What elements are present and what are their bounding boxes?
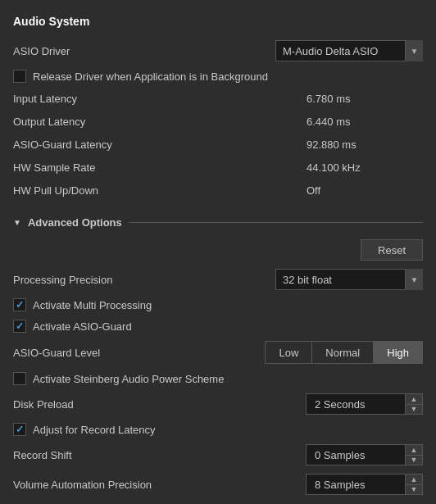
- activate-multi-label: Activate Multi Processing: [33, 299, 152, 311]
- processing-precision-select[interactable]: 32 bit float: [275, 269, 423, 290]
- output-latency-label: Output Latency: [13, 116, 300, 128]
- activate-asio-guard-row: Activate ASIO-Guard: [0, 316, 436, 337]
- hw-pull-row: HW Pull Up/Down Off: [0, 179, 436, 202]
- input-latency-label: Input Latency: [13, 93, 300, 105]
- processing-precision-label: Processing Precision: [13, 274, 275, 286]
- record-shift-up-button[interactable]: ▲: [406, 445, 422, 456]
- processing-precision-row: Processing Precision 32 bit float ▼: [0, 265, 436, 294]
- advanced-options-header[interactable]: ▼ Advanced Options: [0, 210, 436, 235]
- disk-preload-stepper: 2 Seconds ▲ ▼: [306, 393, 423, 415]
- activate-steinberg-label: Activate Steinberg Audio Power Scheme: [33, 373, 224, 385]
- hw-sample-rate-value: 44.100 kHz: [300, 161, 423, 174]
- record-shift-label: Record Shift: [13, 449, 306, 461]
- asio-driver-row: ASIO Driver M-Audio Delta ASIO ▼: [0, 36, 436, 66]
- record-shift-row: Record Shift 0 Samples ▲ ▼: [0, 440, 436, 470]
- activate-steinberg-row: Activate Steinberg Audio Power Scheme: [0, 368, 436, 389]
- activate-asio-guard-checkbox[interactable]: [13, 320, 26, 333]
- activate-asio-guard-label: Activate ASIO-Guard: [33, 320, 132, 333]
- input-latency-value: 6.780 ms: [300, 93, 423, 105]
- hw-sample-rate-label: HW Sample Rate: [13, 161, 300, 174]
- level-normal-button[interactable]: Normal: [312, 342, 374, 363]
- disk-preload-row: Disk Preload 2 Seconds ▲ ▼: [0, 389, 436, 419]
- adjust-record-label: Adjust for Record Latency: [33, 424, 156, 436]
- hw-pull-value: Off: [300, 184, 423, 197]
- adjust-record-checkbox[interactable]: [13, 423, 26, 436]
- asio-driver-label: ASIO Driver: [13, 45, 275, 57]
- processing-precision-select-wrap: 32 bit float ▼: [275, 269, 423, 290]
- asio-guard-level-label: ASIO-Guard Level: [13, 347, 265, 359]
- output-latency-row: Output Latency 6.440 ms: [0, 110, 436, 133]
- disk-preload-stepper-buttons: ▲ ▼: [405, 394, 422, 414]
- record-shift-stepper-buttons: ▲ ▼: [405, 445, 422, 465]
- asio-guard-level-row: ASIO-Guard Level Low Normal High: [0, 337, 436, 368]
- hw-sample-rate-row: HW Sample Rate 44.100 kHz: [0, 156, 436, 179]
- input-latency-row: Input Latency 6.780 ms: [0, 87, 436, 110]
- disk-preload-value: 2 Seconds: [307, 394, 405, 414]
- disk-preload-down-button[interactable]: ▼: [406, 405, 422, 415]
- volume-automation-value: 8 Samples: [307, 474, 405, 494]
- output-latency-value: 6.440 ms: [300, 116, 423, 128]
- reset-row: Reset: [0, 235, 436, 265]
- activate-multi-checkbox[interactable]: [13, 298, 26, 311]
- volume-automation-up-button[interactable]: ▲: [406, 474, 422, 485]
- asio-guard-latency-label: ASIO-Guard Latency: [13, 138, 300, 151]
- activate-multi-row: Activate Multi Processing: [0, 294, 436, 316]
- volume-automation-stepper-buttons: ▲ ▼: [405, 474, 422, 494]
- adjust-record-row: Adjust for Record Latency: [0, 419, 436, 440]
- volume-automation-row: Volume Automation Precision 8 Samples ▲ …: [0, 470, 436, 499]
- reset-button[interactable]: Reset: [361, 239, 423, 261]
- asio-guard-latency-row: ASIO-Guard Latency 92.880 ms: [0, 133, 436, 156]
- record-shift-value: 0 Samples: [307, 445, 405, 465]
- record-shift-down-button[interactable]: ▼: [406, 456, 422, 465]
- release-driver-checkbox[interactable]: [13, 70, 26, 83]
- level-low-button[interactable]: Low: [266, 342, 312, 363]
- audio-system-panel: Audio System ASIO Driver M-Audio Delta A…: [0, 0, 436, 504]
- release-driver-row: Release Driver when Application is in Ba…: [0, 66, 436, 87]
- record-shift-stepper: 0 Samples ▲ ▼: [306, 444, 423, 465]
- advanced-divider: [129, 222, 423, 223]
- activate-steinberg-checkbox[interactable]: [13, 372, 26, 385]
- disk-preload-label: Disk Preload: [13, 398, 306, 411]
- asio-guard-level-buttons: Low Normal High: [265, 341, 423, 364]
- hw-pull-label: HW Pull Up/Down: [13, 184, 300, 197]
- disk-preload-up-button[interactable]: ▲: [406, 394, 422, 405]
- panel-title: Audio System: [0, 8, 436, 36]
- asio-guard-latency-value: 92.880 ms: [300, 138, 423, 151]
- volume-automation-label: Volume Automation Precision: [13, 479, 306, 491]
- level-high-button[interactable]: High: [374, 342, 422, 363]
- collapse-triangle-icon: ▼: [13, 218, 21, 227]
- advanced-options-label: Advanced Options: [28, 216, 122, 229]
- release-driver-label: Release Driver when Application is in Ba…: [33, 70, 268, 83]
- volume-automation-down-button[interactable]: ▼: [406, 485, 422, 495]
- asio-driver-select-wrap: M-Audio Delta ASIO ▼: [275, 40, 423, 61]
- asio-driver-select[interactable]: M-Audio Delta ASIO: [275, 40, 423, 61]
- volume-automation-stepper: 8 Samples ▲ ▼: [306, 474, 423, 495]
